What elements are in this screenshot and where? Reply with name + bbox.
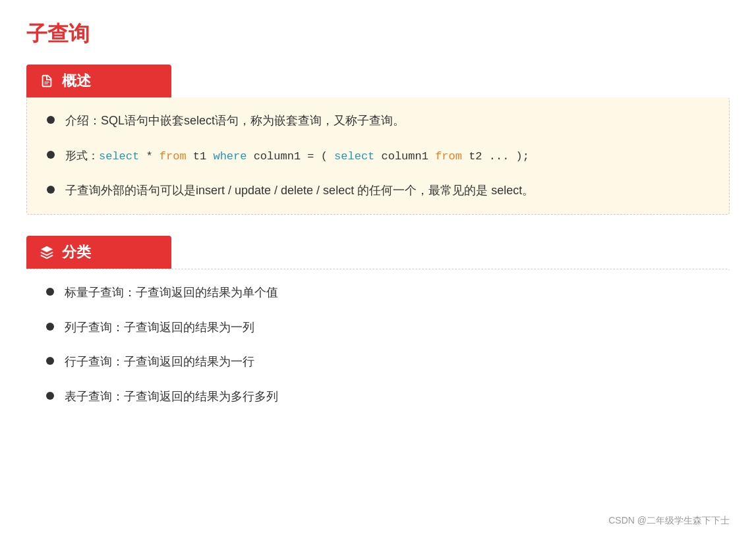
list-item: 形式：select * from t1 where column1 = ( se… <box>47 146 709 167</box>
section-label-overview: 概述 <box>62 71 91 91</box>
document-icon <box>40 74 54 88</box>
bullet-text: 子查询外部的语句可以是insert / update / delete / se… <box>65 180 709 201</box>
svg-rect-1 <box>44 84 48 84</box>
list-item: 表子查询：子查询返回的结果为多行多列 <box>46 387 710 407</box>
code-span: from <box>435 150 462 163</box>
list-item: 列子查询：子查询返回的结果为一列 <box>46 317 710 338</box>
bullet-dot <box>47 116 55 124</box>
bullet-dot <box>46 357 54 365</box>
bullet-text: 列子查询：子查询返回的结果为一列 <box>65 317 710 338</box>
bullet-text: 行子查询：子查询返回的结果为一行 <box>65 352 710 372</box>
code-span: select <box>99 150 139 163</box>
bullet-dot <box>47 151 55 159</box>
section-label-classification: 分类 <box>62 242 91 262</box>
list-item: 介绍：SQL语句中嵌套select语句，称为嵌套查询，又称子查询。 <box>47 111 709 131</box>
list-item: 标量子查询：子查询返回的结果为单个值 <box>46 283 710 303</box>
bullet-dot <box>46 288 54 296</box>
page-title: 子查询 <box>26 20 730 49</box>
layers-icon <box>40 245 54 259</box>
section-header-overview: 概述 <box>26 65 171 97</box>
section-body-overview: 介绍：SQL语句中嵌套select语句，称为嵌套查询，又称子查询。形式：sele… <box>26 97 730 215</box>
code-span: select <box>334 150 374 163</box>
bullet-dot <box>46 392 54 400</box>
section-header-classification: 分类 <box>26 236 171 269</box>
code-span: 形式： <box>65 150 99 163</box>
bullet-dot <box>46 323 54 331</box>
svg-rect-0 <box>44 82 49 82</box>
section-overview: 概述介绍：SQL语句中嵌套select语句，称为嵌套查询，又称子查询。形式：se… <box>26 65 730 215</box>
list-item: 行子查询：子查询返回的结果为一行 <box>46 352 710 372</box>
list-item: 子查询外部的语句可以是insert / update / delete / se… <box>47 180 709 201</box>
code-span: where <box>213 150 247 163</box>
bullet-dot <box>47 186 55 194</box>
code-span: column1 = ( <box>247 150 334 163</box>
bullet-text: 介绍：SQL语句中嵌套select语句，称为嵌套查询，又称子查询。 <box>65 111 709 131</box>
bullet-text: 标量子查询：子查询返回的结果为单个值 <box>65 283 710 303</box>
bullet-text: 表子查询：子查询返回的结果为多行多列 <box>65 387 710 407</box>
code-span: from <box>160 150 187 163</box>
code-span: t2 ... ); <box>462 150 529 163</box>
code-span: t1 <box>187 150 214 163</box>
section-classification: 分类标量子查询：子查询返回的结果为单个值列子查询：子查询返回的结果为一列行子查询… <box>26 236 730 419</box>
section-body-classification: 标量子查询：子查询返回的结果为单个值列子查询：子查询返回的结果为一列行子查询：子… <box>26 269 730 419</box>
bullet-text: 形式：select * from t1 where column1 = ( se… <box>65 146 709 167</box>
watermark: CSDN @二年级学生森下下士 <box>608 515 730 527</box>
svg-marker-2 <box>41 246 53 252</box>
code-span: * <box>139 150 160 163</box>
code-span: column1 <box>374 150 435 163</box>
